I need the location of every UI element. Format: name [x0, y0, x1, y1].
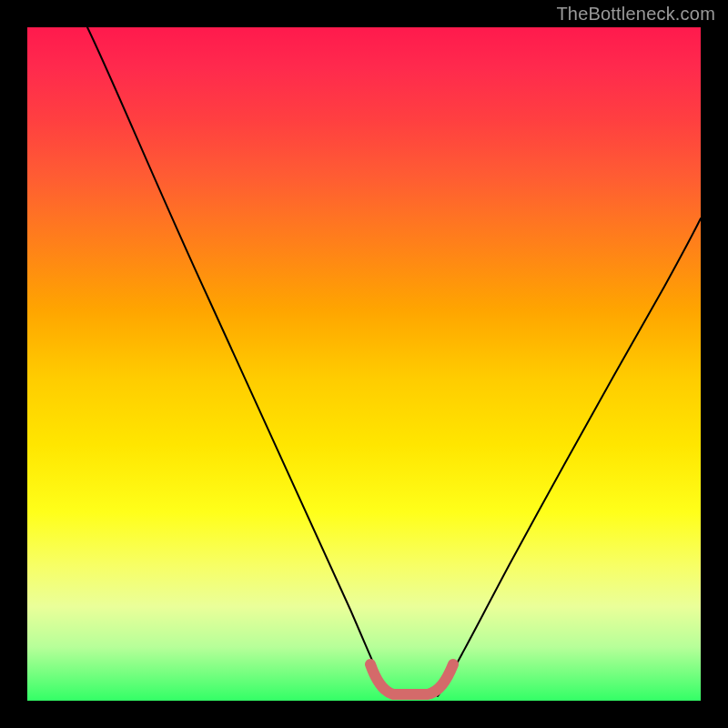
black-curve-left	[87, 27, 389, 696]
watermark-text: TheBottleneck.com	[556, 4, 715, 25]
chart-frame: TheBottleneck.com	[0, 0, 728, 728]
salmon-valley-band	[370, 664, 453, 694]
curve-layer	[27, 27, 701, 701]
black-curve-right	[438, 218, 701, 696]
plot-area	[27, 27, 701, 701]
